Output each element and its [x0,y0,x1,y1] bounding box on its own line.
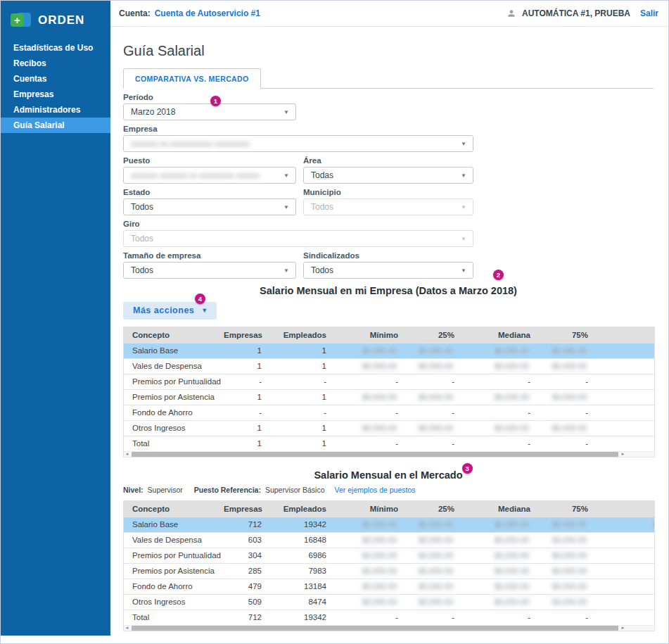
logout-link[interactable]: Salir [640,8,658,18]
redacted-value: $0,000.00 [361,598,398,606]
redacted-value: $0,000.00 [551,424,588,432]
value-cell: - [270,374,335,389]
value-cell: $0,000.00 [335,343,407,358]
value-cell [597,563,655,579]
user-icon [506,8,516,18]
value-cell: - [463,374,539,389]
value-cell: - [335,374,407,389]
table-row[interactable]: Vales de Despensa11$0,000.00$0,000.00$0,… [124,358,655,374]
sidebar-item-empresas[interactable]: Empresas [1,87,110,102]
table-row[interactable]: Salario Base11$0,000.00$0,000.00$0,000.0… [124,343,655,358]
tamano-select[interactable]: Todos ▼ [123,262,296,279]
table-row[interactable]: Total71219342---- [124,610,655,625]
value-cell: $0,000.00 [335,548,407,563]
value-cell: $0,000.00 [463,579,539,594]
puesto-label: Puesto [123,156,296,165]
table-row[interactable]: Salario Base71219342$0,000.00$0,000.00$0… [124,517,655,532]
sidebar-item-cuentas[interactable]: Cuentas [1,71,110,87]
table-row[interactable]: Fondo de Ahorro47913184$0,000.00$0,000.0… [124,579,655,594]
value-cell: $0,000.00 [335,594,407,610]
empresa-select[interactable]: xxxxxxx xx xxxxxxxxxxx xxxxxxxxx ▼ [123,135,473,152]
value-cell: - [539,436,597,451]
table-row[interactable]: Fondo de Ahorro------ [124,405,655,420]
redacted-value: $0,000.00 [551,520,588,529]
value-cell: $0,000.00 [463,343,539,358]
account-link[interactable]: Cuenta de Autoservicio #1 [155,8,260,18]
value-cell: $0,000.00 [407,594,463,610]
giro-select: Todos ▼ [123,230,473,247]
annotation-badge-1: 1 [210,96,221,106]
table-row[interactable]: Otros Ingresos5098474$0,000.00$0,000.00$… [124,594,655,610]
puesto-select[interactable]: xxxxxxx xxxxxxx xx xxxxxxxxx xxxxxx ▼ [123,167,296,184]
more-actions-button[interactable]: Más acciones ▼ [123,302,217,320]
table-row[interactable]: Premios por Asistencia11$0,000.00$0,000.… [124,389,655,405]
scroll-right-icon[interactable]: ► [620,625,626,631]
redacted-value: $0,000.00 [493,393,530,401]
sidebar-item-recibos[interactable]: Recibos [1,56,110,71]
table-row[interactable]: Premios por Puntualidad3046986$0,000.00$… [124,548,655,563]
tamano-label: Tamaño de empresa [123,251,296,260]
brand-name: ORDEN [38,13,84,27]
redacted-value: $0,000.00 [361,551,398,560]
ver-ejemplos-link[interactable]: Ver ejemplos de puestos [335,486,416,494]
table-row[interactable]: Otros Ingresos11$0,000.00$0,000.00$0,000… [124,420,655,436]
redacted-value: $0,000.00 [361,520,398,529]
redacted-value: $0,000.00 [417,582,454,591]
table-row[interactable]: Vales de Despensa60316848$0,000.00$0,000… [124,532,655,548]
column-header-clipped [597,327,655,343]
more-actions-label: Más acciones [133,305,194,315]
municipio-label: Municipio [303,188,473,197]
redacted-value: $0,000.00 [493,567,530,575]
value-cell: $0,000.00 [407,563,463,579]
periodo-select[interactable]: Marzo 2018 ▼ [123,103,296,120]
market-table-horizontal-scrollbar[interactable]: ◄ ► [123,625,655,631]
table-row[interactable]: Total11---- [124,436,655,451]
more-actions-row: 4 Más acciones ▼ [123,302,654,320]
sidebar: + ORDEN Estadísticas de UsoRecibosCuenta… [1,1,110,636]
value-cell: 509 [215,594,270,610]
company-table-horizontal-scrollbar[interactable]: ◄ ► [123,451,655,457]
chevron-down-icon: ▼ [283,267,289,274]
value-cell: $0,000.00 [539,594,597,610]
value-cell: 1 [215,358,270,374]
tab-comparativa-mercado[interactable]: COMPARATIVA VS. MERCADO [123,68,261,89]
value-cell: $0,000.00 [539,389,597,405]
value-cell [597,548,655,563]
table-row[interactable]: Premios por Asistencia2857983$0,000.00$0… [124,563,655,579]
estado-select[interactable]: Todos ▼ [123,198,296,215]
column-header: Mediana [463,327,539,343]
sidebar-item-administradores[interactable]: Administradores [1,102,110,118]
table-row[interactable]: Premios por Puntualidad------ [124,374,655,389]
value-cell [597,532,655,548]
value-cell [597,579,655,594]
puesto-referencia-value: Supervisor Básico [265,486,325,494]
value-cell: - [335,436,407,451]
scrollbar-thumb[interactable] [132,452,618,457]
value-cell: - [539,374,597,389]
sidebar-item-estad-sticas-de-uso[interactable]: Estadísticas de Uso [1,40,110,56]
redacted-value: $0,000.00 [361,424,398,432]
area-select[interactable]: Todas ▼ [303,167,473,184]
concepto-cell: Total [124,436,215,451]
value-cell: - [539,610,597,625]
market-section-title: Salario Mensual en el Mercado 3 [314,469,462,481]
redacted-value: $0,000.00 [493,424,530,432]
sindicalizados-select[interactable]: Todos ▼ [303,262,473,279]
sidebar-item-gu-a-salarial[interactable]: Guía Salarial [1,118,110,133]
column-header: 75% [539,327,597,343]
redacted-value: $0,000.00 [651,520,655,529]
redacted-value: $0,000.00 [493,346,530,355]
value-cell: 1 [215,420,270,436]
scroll-right-icon[interactable]: ► [620,451,626,457]
scroll-left-icon[interactable]: ◄ [124,451,130,457]
scrollbar-thumb[interactable] [132,626,618,631]
scroll-left-icon[interactable]: ◄ [124,625,130,631]
column-header: Mínimo [335,327,407,343]
value-cell [597,358,655,374]
value-cell: 1 [270,343,335,358]
redacted-value: $0,000.00 [551,362,588,370]
value-cell: $0,000.00 [335,532,407,548]
chevron-down-icon: ▼ [201,307,208,314]
company-salary-table: ConceptoEmpresasEmpleadosMínimo25%Median… [123,327,655,451]
value-cell: $0,000.00 [335,517,407,532]
